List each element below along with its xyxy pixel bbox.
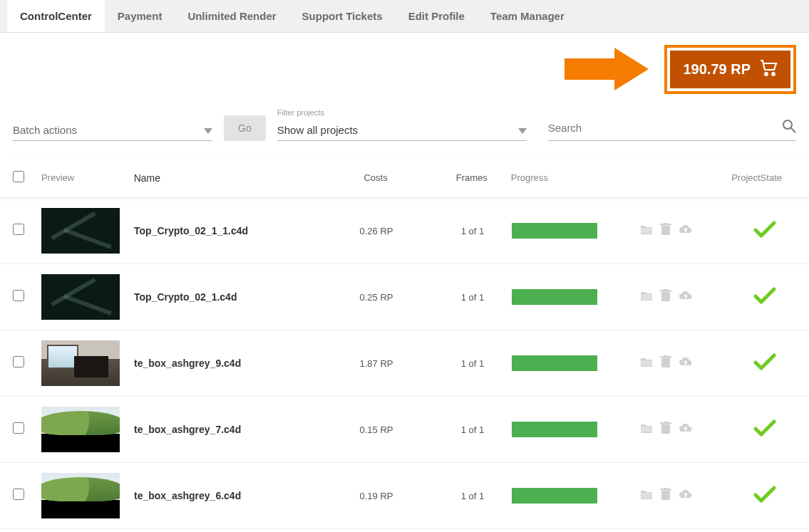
svg-rect-18	[664, 422, 668, 423]
project-name: te_box_ashgrey_6.c4d	[134, 490, 319, 501]
project-name: te_box_ashgrey_9.c4d	[134, 358, 319, 369]
table-row: Top_Crypto_02_1.c4d0.25 RP1 of 1	[0, 264, 809, 330]
table-row: Top_Crypto_02_1_1.c4d0.26 RP1 of 1	[0, 198, 809, 264]
checkmark-icon	[753, 229, 777, 241]
project-state	[733, 220, 796, 241]
credits-amount: 190.79 RP	[683, 61, 751, 78]
trash-icon[interactable]	[660, 355, 671, 371]
tab-edit-profile[interactable]: Edit Profile	[396, 0, 478, 32]
project-cost: 0.15 RP	[319, 424, 433, 435]
header-state: ProjectState	[731, 172, 796, 183]
svg-line-6	[791, 128, 795, 132]
progress-bar	[512, 488, 597, 504]
folder-icon[interactable]	[640, 489, 653, 503]
table-header: Preview Name Costs Frames Progress Proje…	[0, 158, 809, 198]
progress-bar	[512, 422, 597, 437]
table-row: te_box_ashgrey_9.c4d1.87 RP1 of 1	[0, 330, 809, 397]
project-name: Top_Crypto_02_1_1.c4d	[134, 225, 319, 236]
batch-actions-select[interactable]: Batch actions	[13, 120, 212, 141]
checkmark-icon	[753, 427, 777, 439]
cloud-upload-icon[interactable]	[679, 224, 693, 238]
tab-support-tickets[interactable]: Support Tickets	[289, 0, 396, 32]
folder-icon[interactable]	[640, 356, 653, 370]
folder-icon[interactable]	[640, 290, 653, 304]
preview-thumbnail[interactable]	[41, 274, 120, 320]
filter-projects-select[interactable]: Show all projects	[277, 120, 527, 141]
filters-row: Batch actions Go Filter projects Show al…	[0, 101, 809, 158]
search-field[interactable]	[548, 115, 796, 141]
search-icon	[782, 119, 796, 136]
project-name: Top_Crypto_02_1.c4d	[134, 291, 319, 303]
cloud-upload-icon[interactable]	[679, 356, 693, 370]
select-all-checkbox[interactable]	[13, 171, 24, 182]
arrow-callout-icon	[565, 44, 650, 94]
svg-rect-10	[661, 292, 670, 301]
credits-button[interactable]: 190.79 RP	[670, 51, 790, 88]
project-frames: 1 of 1	[433, 292, 512, 303]
trash-icon[interactable]	[660, 223, 671, 239]
svg-rect-9	[664, 223, 668, 224]
tab-payment[interactable]: Payment	[105, 0, 175, 32]
svg-marker-3	[204, 128, 212, 134]
header-progress: Progress	[511, 172, 639, 183]
search-input[interactable]	[548, 122, 782, 134]
svg-point-1	[765, 73, 768, 75]
project-state	[733, 419, 796, 440]
checkmark-icon	[753, 361, 777, 373]
project-state	[733, 485, 796, 506]
progress-bar	[512, 223, 597, 239]
svg-point-2	[772, 73, 775, 75]
filter-value: Show all projects	[277, 124, 358, 136]
checkmark-icon	[753, 295, 777, 307]
svg-rect-19	[661, 491, 670, 500]
project-cost: 0.25 RP	[319, 292, 433, 303]
project-cost: 0.19 RP	[319, 491, 433, 501]
preview-thumbnail[interactable]	[41, 407, 120, 452]
header-name: Name	[134, 172, 319, 184]
filter-label: Filter projects	[277, 108, 527, 117]
tab-controlcenter[interactable]: ControlCenter	[7, 0, 105, 32]
svg-marker-4	[518, 128, 527, 134]
tab-team-manager[interactable]: Team Manager	[478, 0, 577, 32]
project-cost: 1.87 RP	[319, 358, 433, 369]
cloud-upload-icon[interactable]	[679, 422, 693, 437]
project-name: te_box_ashgrey_7.c4d	[134, 424, 319, 435]
folder-icon[interactable]	[640, 224, 653, 238]
cloud-upload-icon[interactable]	[679, 489, 693, 503]
svg-rect-7	[661, 226, 670, 235]
trash-icon[interactable]	[660, 488, 671, 504]
credits-highlight-box: 190.79 RP	[664, 45, 796, 94]
table-row: te_box_ashgrey_6.c4d0.19 RP1 of 1	[0, 463, 809, 529]
project-state	[733, 286, 796, 308]
top-right-bar: 190.79 RP	[0, 33, 809, 101]
svg-rect-12	[664, 289, 668, 291]
tab-bar: ControlCenterPaymentUnlimited RenderSupp…	[0, 0, 809, 33]
chevron-down-icon	[204, 124, 212, 136]
tab-unlimited-render[interactable]: Unlimited Render	[175, 0, 289, 32]
preview-thumbnail[interactable]	[41, 473, 120, 518]
trash-icon[interactable]	[660, 289, 671, 305]
svg-marker-0	[565, 48, 649, 90]
svg-rect-21	[664, 488, 668, 489]
batch-placeholder: Batch actions	[13, 124, 77, 136]
row-checkbox[interactable]	[13, 422, 24, 434]
trash-icon[interactable]	[660, 422, 671, 437]
row-checkbox[interactable]	[13, 356, 24, 367]
project-state	[733, 353, 796, 374]
header-preview: Preview	[41, 172, 134, 183]
row-checkbox[interactable]	[13, 290, 24, 301]
folder-icon[interactable]	[640, 422, 653, 437]
project-frames: 1 of 1	[433, 424, 512, 435]
preview-thumbnail[interactable]	[41, 208, 120, 254]
row-checkbox[interactable]	[13, 489, 24, 500]
project-frames: 1 of 1	[433, 358, 512, 369]
checkmark-icon	[753, 494, 777, 506]
cloud-upload-icon[interactable]	[679, 290, 693, 304]
projects-table: Preview Name Costs Frames Progress Proje…	[0, 158, 809, 529]
row-checkbox[interactable]	[13, 224, 24, 235]
go-button[interactable]: Go	[224, 115, 266, 141]
preview-thumbnail[interactable]	[41, 340, 120, 386]
chevron-down-icon	[518, 124, 527, 136]
header-frames: Frames	[433, 172, 511, 183]
project-frames: 1 of 1	[433, 491, 512, 501]
